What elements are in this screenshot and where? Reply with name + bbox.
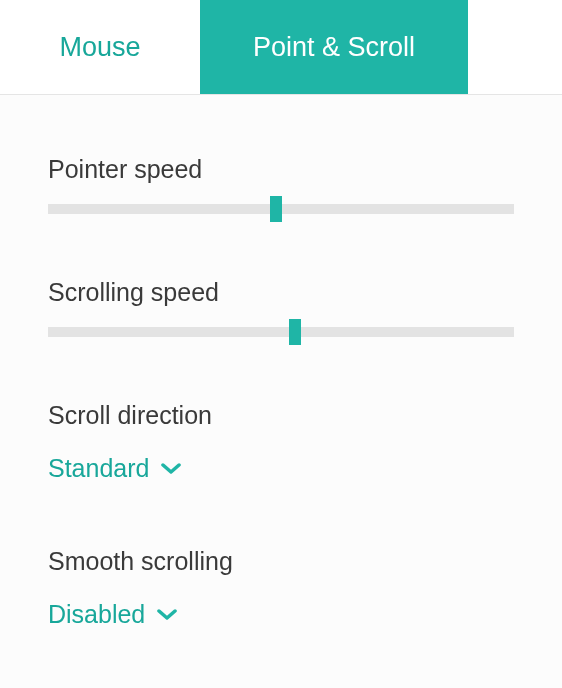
smooth-scrolling-section: Smooth scrolling Disabled [48, 547, 514, 629]
smooth-scrolling-label: Smooth scrolling [48, 547, 514, 576]
pointer-speed-slider[interactable] [48, 204, 514, 214]
tabs-bar: Mouse Point & Scroll [0, 0, 562, 95]
tab-point-and-scroll[interactable]: Point & Scroll [200, 0, 468, 94]
scroll-direction-dropdown[interactable]: Standard [48, 454, 181, 483]
pointer-speed-thumb[interactable] [270, 196, 282, 222]
pointer-speed-section: Pointer speed [48, 155, 514, 214]
chevron-down-icon [161, 462, 181, 476]
scroll-direction-section: Scroll direction Standard [48, 401, 514, 483]
tab-mouse[interactable]: Mouse [0, 0, 200, 94]
scrolling-speed-section: Scrolling speed [48, 278, 514, 337]
chevron-down-icon [157, 608, 177, 622]
scrolling-speed-slider[interactable] [48, 327, 514, 337]
smooth-scrolling-dropdown[interactable]: Disabled [48, 600, 177, 629]
smooth-scrolling-value: Disabled [48, 600, 145, 629]
scroll-direction-label: Scroll direction [48, 401, 514, 430]
settings-content: Pointer speed Scrolling speed Scroll dir… [0, 95, 562, 688]
pointer-speed-label: Pointer speed [48, 155, 514, 184]
scrolling-speed-thumb[interactable] [289, 319, 301, 345]
scroll-direction-value: Standard [48, 454, 149, 483]
scrolling-speed-label: Scrolling speed [48, 278, 514, 307]
